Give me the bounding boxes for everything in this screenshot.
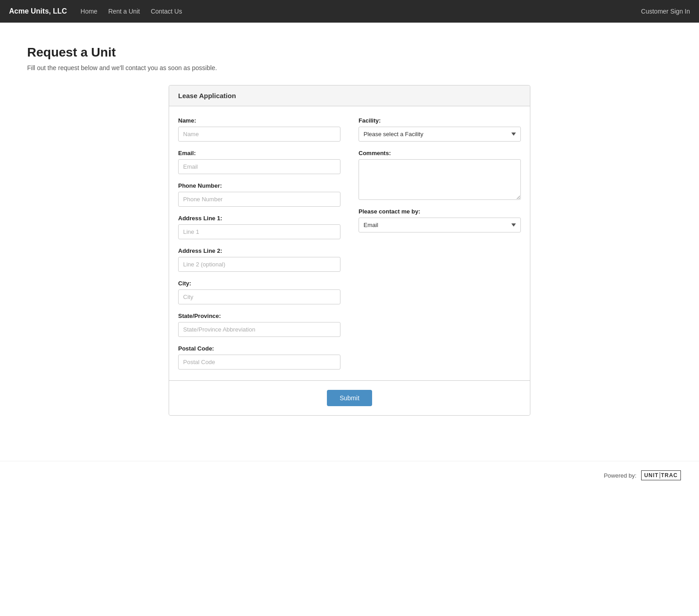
address2-group: Address Line 2: bbox=[178, 247, 340, 272]
contact-method-label: Please contact me by: bbox=[359, 208, 521, 215]
form-card-title: Lease Application bbox=[178, 92, 236, 100]
comments-textarea[interactable] bbox=[359, 159, 521, 200]
page-title: Request a Unit bbox=[27, 45, 672, 60]
postal-input[interactable] bbox=[178, 355, 340, 370]
facility-select[interactable]: Please select a Facility bbox=[359, 127, 521, 142]
postal-group: Postal Code: bbox=[178, 345, 340, 370]
contact-method-group: Please contact me by: Email Phone Text bbox=[359, 208, 521, 232]
form-left-column: Name: Email: Phone Number: Address Line … bbox=[178, 117, 340, 370]
email-group: Email: bbox=[178, 150, 340, 174]
city-input[interactable] bbox=[178, 289, 340, 304]
brand-name: Acme Units, LLC bbox=[9, 7, 67, 15]
name-label: Name: bbox=[178, 117, 340, 124]
comments-label: Comments: bbox=[359, 150, 521, 156]
city-group: City: bbox=[178, 280, 340, 304]
form-footer: Submit bbox=[169, 380, 530, 415]
phone-group: Phone Number: bbox=[178, 182, 340, 207]
page-footer: Powered by: UNIT TRAC bbox=[0, 461, 699, 489]
form-right-column: Facility: Please select a Facility Comme… bbox=[359, 117, 521, 370]
form-columns: Name: Email: Phone Number: Address Line … bbox=[178, 117, 521, 370]
state-input[interactable] bbox=[178, 322, 340, 337]
powered-by-label: Powered by: bbox=[604, 472, 636, 479]
facility-label: Facility: bbox=[359, 117, 521, 124]
nav-contact-us[interactable]: Contact Us bbox=[151, 8, 182, 15]
address2-input[interactable] bbox=[178, 257, 340, 272]
phone-input[interactable] bbox=[178, 192, 340, 207]
contact-method-select[interactable]: Email Phone Text bbox=[359, 218, 521, 232]
postal-label: Postal Code: bbox=[178, 345, 340, 352]
submit-button[interactable]: Submit bbox=[327, 390, 372, 406]
email-label: Email: bbox=[178, 150, 340, 156]
lease-application-card: Lease Application Name: Email: Phone N bbox=[169, 85, 530, 416]
navbar: Acme Units, LLC Home Rent a Unit Contact… bbox=[0, 0, 699, 23]
email-input[interactable] bbox=[178, 159, 340, 174]
page-subtitle: Fill out the request below and we'll con… bbox=[27, 64, 672, 71]
comments-group: Comments: bbox=[359, 150, 521, 200]
name-input[interactable] bbox=[178, 127, 340, 142]
city-label: City: bbox=[178, 280, 340, 287]
form-card-body: Name: Email: Phone Number: Address Line … bbox=[169, 106, 530, 380]
main-content: Request a Unit Fill out the request belo… bbox=[0, 23, 699, 443]
address2-label: Address Line 2: bbox=[178, 247, 340, 254]
address1-input[interactable] bbox=[178, 224, 340, 239]
state-group: State/Province: bbox=[178, 313, 340, 337]
name-group: Name: bbox=[178, 117, 340, 142]
nav-customer-sign-in[interactable]: Customer Sign In bbox=[641, 8, 690, 15]
facility-group: Facility: Please select a Facility bbox=[359, 117, 521, 142]
unit-trac-logo: UNIT TRAC bbox=[641, 470, 681, 480]
phone-label: Phone Number: bbox=[178, 182, 340, 189]
form-card-header: Lease Application bbox=[169, 85, 530, 106]
logo-part1: UNIT bbox=[644, 472, 659, 479]
nav-rent-unit[interactable]: Rent a Unit bbox=[108, 8, 140, 15]
logo-separator bbox=[660, 472, 660, 479]
nav-links: Home Rent a Unit Contact Us bbox=[80, 8, 641, 15]
address1-group: Address Line 1: bbox=[178, 215, 340, 239]
address1-label: Address Line 1: bbox=[178, 215, 340, 222]
logo-part2: TRAC bbox=[661, 472, 678, 479]
state-label: State/Province: bbox=[178, 313, 340, 319]
nav-home[interactable]: Home bbox=[80, 8, 97, 15]
